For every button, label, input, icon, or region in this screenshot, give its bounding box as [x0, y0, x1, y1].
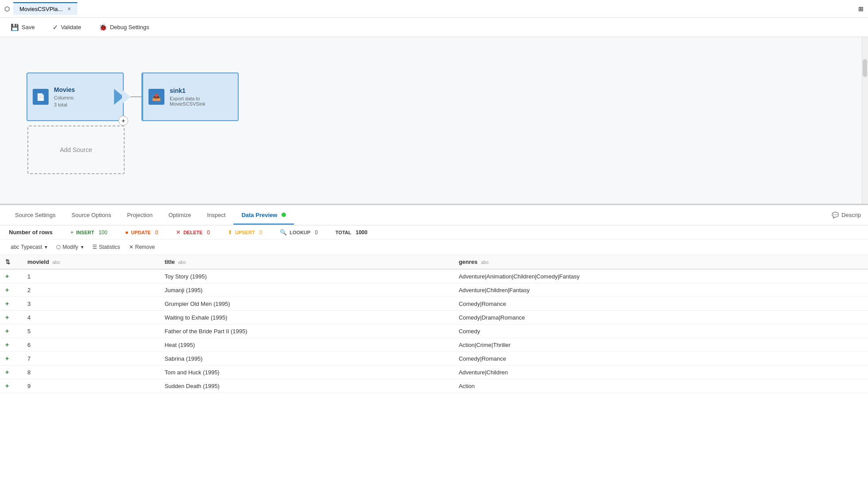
modify-icon: ⬡	[56, 244, 61, 250]
typecast-icon: abc	[11, 244, 19, 250]
cell-movieid: 3	[22, 297, 159, 311]
tab-source-settings[interactable]: Source Settings	[7, 206, 64, 225]
tab-right-describe[interactable]: 💬 Descrip	[832, 212, 861, 218]
movies-node[interactable]: 📄 Movies Columns: 3 total +	[27, 72, 124, 121]
upsert-label: UPSERT	[235, 230, 255, 235]
row-add-button[interactable]: +	[0, 379, 22, 393]
toolbar: 💾 Save ✓ Validate 🐞 Debug Settings	[0, 18, 868, 37]
statistics-button[interactable]: ☰ Statistics	[89, 242, 124, 252]
cell-genres: Adventure|Children	[453, 366, 868, 379]
validate-button[interactable]: ✓ Validate	[49, 22, 85, 33]
table-row: +5Father of the Bride Part II (1995)Come…	[0, 324, 868, 338]
typecast-button[interactable]: abc Typecast ▾	[7, 242, 51, 252]
tab-inspect[interactable]: Inspect	[199, 206, 234, 225]
lookup-icon: 🔍	[280, 229, 287, 236]
typecast-chevron: ▾	[45, 244, 47, 250]
row-add-button[interactable]: +	[0, 297, 22, 311]
sink-node-icon: 📤	[148, 89, 164, 105]
remove-button[interactable]: ✕ Remove	[126, 242, 159, 252]
modify-label: Modify	[62, 244, 78, 250]
row-add-button[interactable]: +	[0, 324, 22, 338]
table-row: +3Grumpier Old Men (1995)Comedy|Romance	[0, 297, 868, 311]
stat-upsert: ⬆ UPSERT 0	[228, 229, 262, 236]
cell-movieid: 5	[22, 324, 159, 338]
add-source-box[interactable]: Add Source	[27, 126, 125, 174]
movies-node-title: Movies	[54, 86, 75, 93]
table-row: +9Sudden Death (1995)Action	[0, 379, 868, 393]
stat-total: TOTAL 1000	[335, 229, 367, 236]
tab-projection[interactable]: Projection	[119, 206, 160, 225]
tab-optimize[interactable]: Optimize	[160, 206, 199, 225]
tab-close-icon[interactable]: ✕	[67, 6, 71, 12]
delete-value: 0	[207, 229, 210, 236]
save-button[interactable]: 💾 Save	[7, 22, 38, 33]
cell-movieid: 4	[22, 311, 159, 324]
tab-source-options[interactable]: Source Options	[64, 206, 119, 225]
pipeline-icon: ⬡	[4, 5, 10, 12]
data-preview-status-dot	[282, 213, 286, 217]
canvas-area: 📄 Movies Columns: 3 total + 📤 sink1 Expo…	[0, 37, 868, 205]
canvas-scrollbar[interactable]	[862, 37, 868, 204]
tab-label: MoviesCSVPla...	[19, 6, 63, 12]
tab-data-preview[interactable]: Data Preview	[233, 206, 294, 225]
cell-movieid: 2	[22, 283, 159, 297]
sink-node[interactable]: 📤 sink1 Export data to MovieSCSVSink	[141, 72, 239, 121]
row-add-button[interactable]: +	[0, 352, 22, 366]
cell-movieid: 1	[22, 269, 159, 283]
cell-genres: Adventure|Animation|Children|Comedy|Fant…	[453, 269, 868, 283]
update-icon: ●	[125, 229, 129, 236]
table-row: +8Tom and Huck (1995)Adventure|Children	[0, 366, 868, 379]
table-header-row: ⇅ movieId abc title abc genres abc	[0, 255, 868, 269]
lookup-value: 0	[315, 229, 318, 236]
rows-label: Number of rows	[9, 229, 53, 236]
insert-icon: +	[70, 229, 74, 236]
genres-type: abc	[481, 259, 489, 265]
col-genres[interactable]: genres abc	[453, 255, 868, 269]
movies-node-icon: 📄	[33, 89, 49, 105]
table-row: +2Jumanji (1995)Adventure|Children|Fanta…	[0, 283, 868, 297]
col-title[interactable]: title abc	[159, 255, 453, 269]
cell-title: Waiting to Exhale (1995)	[159, 311, 453, 324]
cell-title: Sudden Death (1995)	[159, 379, 453, 393]
movies-node-sub2: 3 total	[54, 102, 75, 107]
cell-genres: Comedy|Drama|Romance	[453, 311, 868, 324]
tabs-bar: Source Settings Source Options Projectio…	[0, 205, 868, 225]
col-movieid[interactable]: movieId abc	[22, 255, 159, 269]
update-label: UPDATE	[131, 230, 151, 235]
row-add-button[interactable]: +	[0, 311, 22, 324]
data-toolbar: abc Typecast ▾ ⬡ Modify ▾ ☰ Statistics ✕…	[0, 240, 868, 255]
row-add-button[interactable]: +	[0, 283, 22, 297]
row-add-button[interactable]: +	[0, 338, 22, 352]
total-label: TOTAL	[335, 230, 351, 235]
title-bar: ⬡ MoviesCSVPla... ✕ ⊞	[0, 0, 868, 18]
col-sort[interactable]: ⇅	[0, 255, 22, 269]
update-value: 0	[155, 229, 158, 236]
cell-title: Father of the Bride Part II (1995)	[159, 324, 453, 338]
movies-node-info: Movies Columns: 3 total	[54, 86, 75, 107]
cell-genres: Comedy	[453, 324, 868, 338]
sink-node-info: sink1 Export data to MovieSCSVSink	[170, 87, 232, 107]
debug-settings-button[interactable]: 🐞 Debug Settings	[95, 22, 153, 33]
cell-genres: Comedy|Romance	[453, 352, 868, 366]
table-row: +7Sabrina (1995)Comedy|Romance	[0, 352, 868, 366]
pipeline: 📄 Movies Columns: 3 total + 📤 sink1 Expo…	[27, 72, 239, 121]
bottom-panel: Source Settings Source Options Projectio…	[0, 205, 868, 499]
delete-label: DELETE	[183, 230, 202, 235]
table-row: +6Heat (1995)Action|Crime|Thriller	[0, 338, 868, 352]
stat-insert: + INSERT 100	[70, 229, 107, 236]
remove-label: Remove	[135, 244, 155, 250]
main-tab[interactable]: MoviesCSVPla... ✕	[13, 2, 77, 15]
sink-node-title: sink1	[170, 87, 232, 94]
node-add-button[interactable]: +	[118, 116, 128, 126]
row-add-button[interactable]: +	[0, 269, 22, 283]
insert-label: INSERT	[76, 230, 94, 235]
modify-chevron: ▾	[81, 244, 84, 250]
add-source-label: Add Source	[60, 146, 92, 153]
modify-button[interactable]: ⬡ Modify ▾	[53, 242, 87, 252]
statistics-icon: ☰	[92, 244, 97, 250]
movies-node-sub1: Columns:	[54, 95, 75, 100]
cell-genres: Action|Crime|Thriller	[453, 338, 868, 352]
row-add-button[interactable]: +	[0, 366, 22, 379]
cell-movieid: 8	[22, 366, 159, 379]
typecast-label: Typecast	[21, 244, 42, 250]
